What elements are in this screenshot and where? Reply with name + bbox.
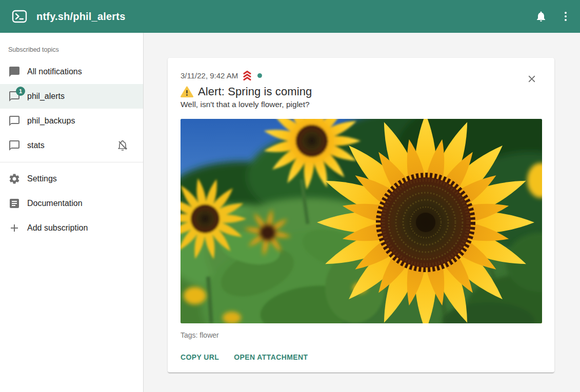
notification-timestamp: 3/11/22, 9:42 AM: [181, 71, 238, 80]
notification-tags: Tags: flower: [181, 331, 542, 339]
sidebar-item-phil-backups[interactable]: phil_backups: [0, 109, 143, 133]
warning-emoji-icon: [181, 86, 193, 98]
sidebar-item-label: All notifications: [27, 67, 82, 76]
sidebar-item-label: Settings: [27, 174, 57, 183]
sidebar-item-label: phil_alerts: [27, 92, 65, 101]
notification-title-row: Alert: Spring is coming: [181, 85, 542, 98]
app-bar: ntfy.sh/phil_alerts: [0, 0, 580, 33]
bell-icon: [535, 10, 547, 23]
gear-icon: [8, 173, 21, 185]
terminal-logo-icon: [11, 9, 28, 24]
sidebar-item-label: Add subscription: [27, 223, 88, 233]
unread-dot-icon: [257, 73, 262, 78]
notifications-muted-icon: [116, 139, 129, 152]
main-content: 3/11/22, 9:42 AM Alert: Spring is coming…: [144, 33, 580, 392]
sidebar-item-label: phil_backups: [27, 116, 75, 126]
notification-actions: COPY URL OPEN ATTACHMENT: [181, 352, 542, 362]
article-icon: [8, 197, 21, 210]
sidebar-item-phil-alerts[interactable]: 1 phil_alerts: [0, 84, 143, 109]
priority-max-icon: [241, 69, 253, 81]
close-icon: [526, 73, 537, 86]
sidebar-item-all-notifications[interactable]: All notifications: [0, 59, 143, 84]
subscribed-topics-caption: Subscribed topics: [0, 34, 143, 59]
notification-title: Alert: Spring is coming: [198, 85, 312, 98]
notification-card: 3/11/22, 9:42 AM Alert: Spring is coming…: [168, 58, 554, 373]
chat-bubble-filled-icon: [8, 66, 21, 78]
overflow-menu-button[interactable]: [553, 4, 578, 29]
page-title: ntfy.sh/phil_alerts: [36, 11, 125, 23]
chat-bubble-outline-icon: 1: [8, 90, 21, 102]
chat-bubble-outline-icon: [8, 115, 21, 127]
sidebar-item-documentation[interactable]: Documentation: [0, 191, 143, 216]
sidebar-item-add-subscription[interactable]: Add subscription: [0, 216, 143, 240]
sidebar-item-stats[interactable]: stats: [0, 133, 143, 158]
unread-count-badge: 1: [16, 87, 25, 96]
sidebar-item-label: stats: [27, 141, 45, 150]
chat-bubble-outline-icon: [8, 139, 21, 152]
sidebar: Subscribed topics All notifications 1 ph…: [0, 33, 144, 392]
sunflower-photo: [181, 119, 542, 323]
sidebar-item-label: Documentation: [27, 199, 83, 208]
copy-url-button[interactable]: COPY URL: [181, 352, 219, 362]
attachment-image[interactable]: [181, 119, 542, 323]
sidebar-menu: Settings Documentation Add subscription: [0, 167, 143, 240]
notifications-button[interactable]: [529, 4, 553, 29]
topic-list: All notifications 1 phil_alerts phil_bac…: [0, 59, 143, 158]
sidebar-item-settings[interactable]: Settings: [0, 167, 143, 191]
close-notification-button[interactable]: [523, 70, 541, 89]
sidebar-divider: [0, 162, 143, 162]
kebab-menu-icon: [559, 10, 572, 23]
plus-icon: [8, 222, 21, 234]
open-attachment-button[interactable]: OPEN ATTACHMENT: [234, 352, 308, 362]
notification-message: Well, isn't that a lovely flower, piglet…: [181, 100, 542, 109]
